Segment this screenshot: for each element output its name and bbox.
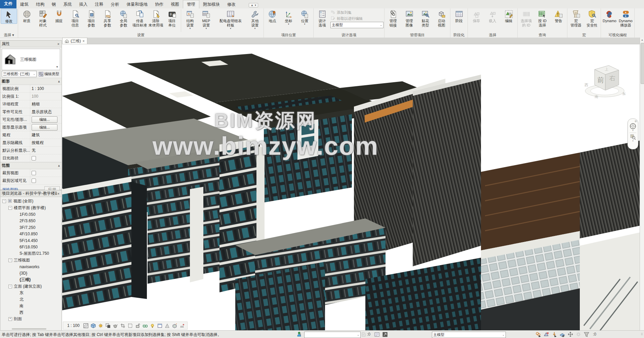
- crop-view-icon[interactable]: [120, 323, 126, 329]
- tree-item-剖面[interactable]: +剖面: [1, 316, 62, 323]
- select-by-id-button[interactable]: 按 ID选择: [534, 9, 550, 28]
- property-value[interactable]: [30, 169, 62, 177]
- shared-parameters-button[interactable]: 共享参数: [99, 9, 115, 28]
- materials-button[interactable]: 材质: [19, 9, 35, 23]
- scrollbar-thumb[interactable]: [641, 43, 644, 84]
- collapse-box-icon[interactable]: −: [8, 206, 12, 210]
- ribbon-tab-修改[interactable]: 修改: [224, 0, 239, 8]
- tree-item-西[interactable]: 西: [1, 309, 62, 316]
- chevron-down-icon[interactable]: ▼: [55, 65, 59, 69]
- select-links-icon[interactable]: [535, 331, 541, 337]
- drawing-area[interactable]: {三维} ×: [62, 38, 640, 330]
- starting-view-button[interactable]: 启动视图: [434, 9, 449, 28]
- tree-item-5F/14.450[interactable]: 5F/14.450: [1, 237, 62, 244]
- property-value[interactable]: 按规程: [30, 139, 62, 146]
- position-button[interactable]: 位置▾: [297, 9, 313, 25]
- analytical-model-icon[interactable]: [164, 323, 170, 329]
- model-3d-view[interactable]: BIM资源网 www.bimzyw.com 西 南 东 前 右 上: [62, 44, 640, 330]
- tree-item-3F/7.250[interactable]: 3F/7.250: [1, 224, 62, 231]
- ribbon-tab-协作[interactable]: 协作: [151, 0, 167, 8]
- transfer-project-standards-button[interactable]: 传递项目标准: [132, 9, 148, 28]
- ribbon-tab-分析[interactable]: 分析: [107, 0, 123, 8]
- property-value[interactable]: 精细: [30, 100, 62, 108]
- tree-item-东[interactable]: 东: [1, 290, 62, 296]
- shadows-icon[interactable]: [105, 323, 111, 329]
- view-type-combobox[interactable]: 三维视图: {三维} ⌄: [2, 71, 37, 77]
- manage-images-button[interactable]: 管理图像: [401, 9, 417, 28]
- select-by-face-icon[interactable]: [559, 331, 565, 337]
- tree-item-{3D}[interactable]: {3D}: [1, 270, 62, 277]
- unlocked-3d-view-icon[interactable]: [135, 323, 141, 329]
- resize-grip[interactable]: ⠿: [641, 333, 643, 336]
- scrollbar-thumb[interactable]: [12, 328, 46, 330]
- temporary-view-properties-icon[interactable]: [157, 323, 163, 329]
- property-value[interactable]: 1 : 100: [30, 85, 62, 92]
- ribbon-tab-结构[interactable]: 结构: [32, 0, 48, 8]
- property-value[interactable]: [30, 154, 62, 162]
- tree-item-北[interactable]: 北: [1, 296, 62, 303]
- collapse-box-icon[interactable]: −: [8, 285, 12, 288]
- filters-icon[interactable]: [583, 331, 590, 337]
- steering-wheel-icon[interactable]: [630, 123, 636, 130]
- project-parameters-button[interactable]: 项目参数: [83, 9, 99, 28]
- tree-item-4F/10.850[interactable]: 4F/10.850: [1, 231, 62, 238]
- scale-button[interactable]: 1 : 100: [65, 323, 82, 328]
- ribbon-tab-管理[interactable]: 管理: [183, 0, 199, 8]
- modify-button[interactable]: 修改: [1, 9, 17, 24]
- horizontal-scrollbar[interactable]: [1, 328, 61, 330]
- editing-requests-icon[interactable]: [360, 331, 366, 337]
- ribbon-tab-建筑[interactable]: 建筑: [16, 0, 32, 8]
- scroll-up-arrow-icon[interactable]: ▲: [640, 38, 644, 42]
- save-selection-button[interactable]: 保存: [469, 9, 484, 23]
- close-icon[interactable]: ⊗: [634, 119, 637, 123]
- tree-item-南[interactable]: 南: [1, 303, 62, 309]
- property-value[interactable]: 编辑...: [30, 124, 62, 131]
- project-units-button[interactable]: 0.0项目单位: [164, 9, 180, 28]
- edit-button[interactable]: 编辑...: [32, 124, 57, 131]
- view-tab-3d[interactable]: {三维} ×: [62, 38, 87, 44]
- zoom-icon[interactable]: [630, 134, 636, 140]
- tree-item-2F/3.650[interactable]: 2F/3.650: [1, 218, 62, 225]
- expand-box-icon[interactable]: +: [8, 317, 12, 321]
- detail-level-icon[interactable]: [83, 323, 89, 329]
- mep-settings-button[interactable]: MEPMEP设置▾: [198, 9, 214, 30]
- export-arrow-icon[interactable]: [382, 331, 388, 337]
- coordinates-button[interactable]: 坐标▾: [281, 9, 296, 25]
- global-parameters-button[interactable]: 全局参数: [116, 9, 131, 28]
- property-value[interactable]: [30, 177, 62, 184]
- vertical-scrollbar[interactable]: ▲: [640, 38, 644, 330]
- project-information-button[interactable]: 项目信息: [67, 9, 83, 28]
- ribbon-tab-体量和场地[interactable]: 体量和场地: [123, 0, 152, 8]
- macro-security-button[interactable]: 宏安全性: [584, 9, 600, 28]
- load-selection-button[interactable]: 载入: [485, 9, 500, 23]
- temporary-hide-isolate-icon[interactable]: [142, 323, 148, 329]
- tree-item-楼层平面 (教学楼)[interactable]: −楼层平面 (教学楼): [1, 205, 62, 211]
- tree-item-立面 (建筑立面)[interactable]: −立面 (建筑立面): [1, 283, 62, 290]
- ribbon-tab-系统[interactable]: 系统: [60, 0, 76, 8]
- property-value[interactable]: 100: [30, 93, 62, 100]
- ids-of-selection-button[interactable]: 选择项的 ID: [518, 9, 534, 28]
- active-workset-combobox[interactable]: ⌄: [304, 332, 361, 338]
- design-options-button[interactable]: 设计选项: [314, 9, 330, 28]
- ribbon-collapse-toggle[interactable]: ▲▾: [249, 3, 258, 7]
- viewcube[interactable]: 西 南 东 前 右 上: [582, 60, 630, 104]
- ribbon-tab-附加模块[interactable]: 附加模块: [199, 0, 224, 8]
- macro-manager-button[interactable]: 宏管理器: [568, 9, 584, 28]
- edit-type-button[interactable]: 编辑类型: [38, 71, 60, 77]
- decal-types-button[interactable]: 贴花类型: [417, 9, 433, 28]
- tree-item-三维视图[interactable]: −三维视图: [1, 257, 62, 264]
- chevron-down-icon[interactable]: ▾: [632, 140, 634, 142]
- show-crop-region-icon[interactable]: [127, 323, 133, 329]
- active-design-option-combobox[interactable]: 主模型⌄: [330, 22, 384, 28]
- close-icon[interactable]: ×: [83, 39, 85, 43]
- location-button[interactable]: 地点: [265, 9, 280, 23]
- list-panel-icon[interactable]: [374, 331, 380, 337]
- navigation-bar[interactable]: ⊗ ▾ ▾: [628, 118, 638, 149]
- close-icon[interactable]: ×: [57, 42, 60, 46]
- property-value[interactable]: 显示原状态: [30, 108, 62, 115]
- tree-item-{三维}[interactable]: {三维}: [1, 277, 62, 283]
- select-pinned-icon[interactable]: [551, 331, 557, 337]
- sun-path-icon[interactable]: [98, 323, 104, 329]
- select-underlay-icon[interactable]: [543, 331, 549, 337]
- tree-item-视图 (全部)[interactable]: −视图 (全部): [1, 198, 62, 205]
